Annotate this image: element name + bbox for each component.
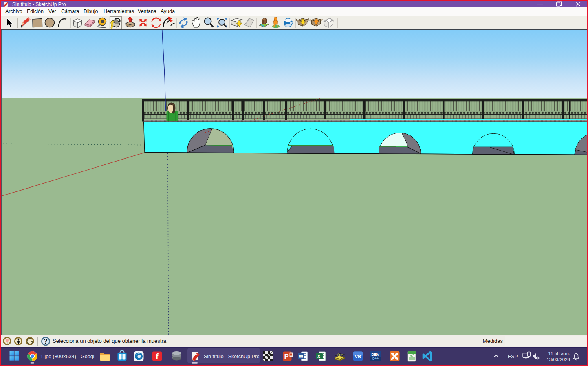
svg-text:C++: C++ xyxy=(372,357,379,361)
svg-text:?: ? xyxy=(44,338,48,345)
svg-text:f: f xyxy=(156,352,159,361)
svg-text:X: X xyxy=(317,353,320,359)
svg-text:W: W xyxy=(299,353,304,359)
svg-text:P: P xyxy=(284,353,289,360)
svg-text:DEV: DEV xyxy=(371,352,379,357)
svg-text:VB: VB xyxy=(355,354,361,359)
